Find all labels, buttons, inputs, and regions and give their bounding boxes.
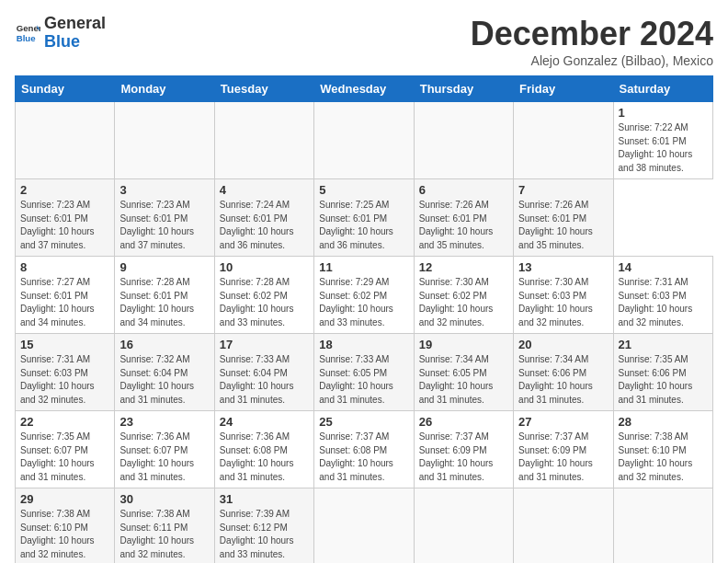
calendar-cell: 21Sunrise: 7:35 AMSunset: 6:06 PMDayligh… (613, 334, 712, 411)
calendar-cell: 11Sunrise: 7:29 AMSunset: 6:02 PMDayligh… (314, 257, 414, 334)
day-info: Sunrise: 7:28 AMSunset: 6:01 PMDaylight:… (119, 276, 209, 329)
calendar-cell: 27Sunrise: 7:37 AMSunset: 6:09 PMDayligh… (514, 411, 613, 488)
page-header: General Blue General Blue December 2024 … (15, 15, 713, 68)
calendar-cell: 29Sunrise: 7:38 AMSunset: 6:10 PMDayligh… (16, 488, 115, 564)
calendar-cell (314, 102, 414, 179)
day-info: Sunrise: 7:37 AMSunset: 6:09 PMDaylight:… (419, 431, 508, 484)
day-number: 25 (319, 415, 408, 429)
day-number: 13 (518, 260, 608, 274)
day-number: 27 (518, 415, 608, 429)
calendar-cell: 17Sunrise: 7:33 AMSunset: 6:04 PMDayligh… (214, 334, 313, 411)
day-info: Sunrise: 7:38 AMSunset: 6:10 PMDaylight:… (619, 431, 708, 484)
day-number: 7 (518, 183, 608, 197)
calendar-cell: 28Sunrise: 7:38 AMSunset: 6:10 PMDayligh… (613, 411, 712, 488)
calendar-cell: 2Sunrise: 7:23 AMSunset: 6:01 PMDaylight… (16, 179, 115, 257)
day-number: 4 (220, 183, 309, 197)
calendar-cell: 5Sunrise: 7:25 AMSunset: 6:01 PMDaylight… (314, 179, 414, 257)
calendar-cell (214, 102, 313, 179)
logo-text: General Blue (44, 15, 106, 52)
calendar-cell: 16Sunrise: 7:32 AMSunset: 6:04 PMDayligh… (115, 334, 214, 411)
calendar-cell: 6Sunrise: 7:26 AMSunset: 6:01 PMDaylight… (414, 179, 513, 257)
day-info: Sunrise: 7:31 AMSunset: 6:03 PMDaylight:… (20, 353, 109, 407)
day-number: 6 (419, 183, 508, 197)
day-info: Sunrise: 7:30 AMSunset: 6:02 PMDaylight:… (419, 276, 508, 329)
day-number: 9 (119, 260, 209, 274)
day-info: Sunrise: 7:35 AMSunset: 6:06 PMDaylight:… (619, 353, 708, 407)
day-number: 28 (619, 415, 708, 429)
day-header-saturday: Saturday (613, 76, 712, 102)
day-info: Sunrise: 7:37 AMSunset: 6:09 PMDaylight:… (518, 431, 608, 484)
header-row: SundayMondayTuesdayWednesdayThursdayFrid… (16, 76, 713, 102)
month-title: December 2024 (471, 15, 713, 53)
day-number: 19 (419, 338, 508, 351)
day-info: Sunrise: 7:31 AMSunset: 6:03 PMDaylight:… (619, 276, 708, 329)
calendar-week-row: 29Sunrise: 7:38 AMSunset: 6:10 PMDayligh… (16, 488, 713, 564)
logo: General Blue General Blue (15, 15, 106, 52)
calendar-cell: 3Sunrise: 7:23 AMSunset: 6:01 PMDaylight… (115, 179, 214, 257)
day-header-thursday: Thursday (414, 76, 513, 102)
calendar-cell: 25Sunrise: 7:37 AMSunset: 6:08 PMDayligh… (314, 411, 414, 488)
day-info: Sunrise: 7:27 AMSunset: 6:01 PMDaylight:… (20, 276, 109, 329)
day-header-wednesday: Wednesday (314, 76, 414, 102)
calendar-cell: 23Sunrise: 7:36 AMSunset: 6:07 PMDayligh… (115, 411, 214, 488)
calendar-cell: 1Sunrise: 7:22 AMSunset: 6:01 PMDaylight… (613, 102, 712, 179)
day-number: 18 (319, 338, 408, 351)
day-info: Sunrise: 7:33 AMSunset: 6:05 PMDaylight:… (319, 353, 408, 407)
calendar-cell: 31Sunrise: 7:39 AMSunset: 6:12 PMDayligh… (214, 488, 313, 564)
calendar-cell (514, 488, 613, 564)
day-info: Sunrise: 7:26 AMSunset: 6:01 PMDaylight:… (419, 199, 508, 252)
calendar-cell: 20Sunrise: 7:34 AMSunset: 6:06 PMDayligh… (514, 334, 613, 411)
calendar-cell: 4Sunrise: 7:24 AMSunset: 6:01 PMDaylight… (214, 179, 313, 257)
day-info: Sunrise: 7:26 AMSunset: 6:01 PMDaylight:… (518, 199, 608, 252)
calendar-cell (613, 488, 712, 564)
day-number: 31 (220, 492, 309, 506)
calendar-week-row: 2Sunrise: 7:23 AMSunset: 6:01 PMDaylight… (16, 179, 713, 257)
calendar-week-row: 1Sunrise: 7:22 AMSunset: 6:01 PMDaylight… (16, 102, 713, 179)
day-info: Sunrise: 7:23 AMSunset: 6:01 PMDaylight:… (20, 199, 109, 252)
day-number: 12 (419, 260, 508, 274)
calendar-cell: 22Sunrise: 7:35 AMSunset: 6:07 PMDayligh… (16, 411, 115, 488)
day-number: 29 (20, 492, 109, 506)
title-block: December 2024 Alejo Gonzalez (Bilbao), M… (471, 15, 713, 68)
day-number: 23 (119, 415, 209, 429)
day-info: Sunrise: 7:38 AMSunset: 6:10 PMDaylight:… (20, 508, 109, 561)
calendar-cell: 13Sunrise: 7:30 AMSunset: 6:03 PMDayligh… (514, 257, 613, 334)
calendar-cell: 18Sunrise: 7:33 AMSunset: 6:05 PMDayligh… (314, 334, 414, 411)
day-header-tuesday: Tuesday (214, 76, 313, 102)
day-number: 5 (319, 183, 408, 197)
day-number: 3 (119, 183, 209, 197)
day-info: Sunrise: 7:38 AMSunset: 6:11 PMDaylight:… (119, 508, 209, 561)
svg-text:General: General (17, 23, 40, 33)
calendar-cell (115, 102, 214, 179)
day-info: Sunrise: 7:36 AMSunset: 6:07 PMDaylight:… (119, 431, 209, 484)
day-info: Sunrise: 7:34 AMSunset: 6:05 PMDaylight:… (419, 353, 508, 407)
logo-icon: General Blue (15, 20, 40, 46)
svg-text:Blue: Blue (17, 33, 36, 43)
day-info: Sunrise: 7:28 AMSunset: 6:02 PMDaylight:… (220, 276, 309, 329)
calendar-week-row: 22Sunrise: 7:35 AMSunset: 6:07 PMDayligh… (16, 411, 713, 488)
calendar-cell: 7Sunrise: 7:26 AMSunset: 6:01 PMDaylight… (514, 179, 613, 257)
day-info: Sunrise: 7:34 AMSunset: 6:06 PMDaylight:… (518, 353, 608, 407)
calendar-cell: 10Sunrise: 7:28 AMSunset: 6:02 PMDayligh… (214, 257, 313, 334)
day-info: Sunrise: 7:39 AMSunset: 6:12 PMDaylight:… (220, 508, 309, 561)
calendar-cell (414, 102, 513, 179)
day-number: 30 (119, 492, 209, 506)
calendar-cell: 14Sunrise: 7:31 AMSunset: 6:03 PMDayligh… (613, 257, 712, 334)
day-number: 17 (220, 338, 309, 351)
day-header-friday: Friday (514, 76, 613, 102)
day-info: Sunrise: 7:36 AMSunset: 6:08 PMDaylight:… (220, 431, 309, 484)
day-number: 24 (220, 415, 309, 429)
calendar-cell (16, 102, 115, 179)
day-number: 1 (619, 106, 708, 120)
calendar-week-row: 8Sunrise: 7:27 AMSunset: 6:01 PMDaylight… (16, 257, 713, 334)
day-info: Sunrise: 7:24 AMSunset: 6:01 PMDaylight:… (220, 199, 309, 252)
day-header-monday: Monday (115, 76, 214, 102)
day-number: 21 (619, 338, 708, 351)
day-number: 2 (20, 183, 109, 197)
day-info: Sunrise: 7:25 AMSunset: 6:01 PMDaylight:… (319, 199, 408, 252)
calendar-cell (514, 102, 613, 179)
calendar-week-row: 15Sunrise: 7:31 AMSunset: 6:03 PMDayligh… (16, 334, 713, 411)
day-info: Sunrise: 7:35 AMSunset: 6:07 PMDaylight:… (20, 431, 109, 484)
calendar-cell: 26Sunrise: 7:37 AMSunset: 6:09 PMDayligh… (414, 411, 513, 488)
day-number: 8 (20, 260, 109, 274)
